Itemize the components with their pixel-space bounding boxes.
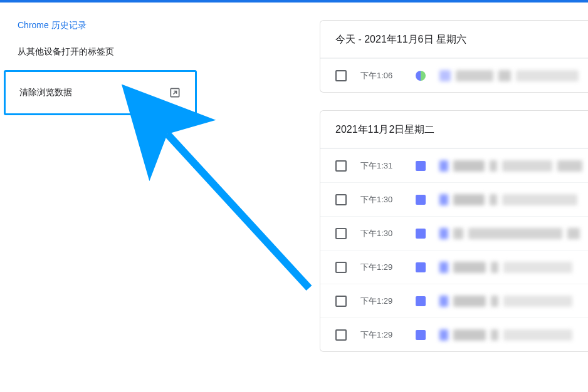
window-topbar <box>0 0 588 3</box>
history-row[interactable]: 下午1:29 <box>320 317 588 351</box>
history-row[interactable]: 下午1:30 <box>320 182 588 216</box>
site-favicon-icon <box>416 195 426 205</box>
history-content: 今天 - 2021年11月6日 星期六 下午1:06 2021年11月2日星期二… <box>320 20 588 392</box>
sidebar: Chrome 历史记录 从其他设备打开的标签页 清除浏览数据 <box>4 13 197 115</box>
row-time: 下午1:30 <box>360 228 402 239</box>
site-favicon-icon <box>416 330 426 340</box>
history-row[interactable]: 下午1:29 <box>320 284 588 317</box>
site-favicon-icon <box>416 161 426 171</box>
row-title-redacted <box>439 262 573 273</box>
history-day-card: 2021年11月2日星期二 下午1:31 下午1:30 下午1:30 <box>320 110 588 352</box>
history-row[interactable]: 下午1:31 <box>320 148 588 182</box>
row-title-redacted <box>439 228 580 239</box>
sidebar-item-other-devices[interactable]: 从其他设备打开的标签页 <box>4 39 197 65</box>
select-checkbox[interactable] <box>335 70 347 81</box>
sidebar-item-label: Chrome 历史记录 <box>18 20 87 31</box>
history-day-card: 今天 - 2021年11月6日 星期六 下午1:06 <box>320 20 588 93</box>
day-header: 2021年11月2日星期二 <box>320 111 588 148</box>
select-checkbox[interactable] <box>335 329 347 341</box>
history-row[interactable]: 下午1:29 <box>320 250 588 284</box>
site-favicon-icon <box>416 71 426 81</box>
row-title-redacted <box>439 70 579 81</box>
row-time: 下午1:29 <box>360 329 402 341</box>
row-time: 下午1:31 <box>360 160 402 172</box>
site-favicon-icon <box>416 296 426 306</box>
row-time: 下午1:06 <box>360 70 402 81</box>
open-external-icon <box>169 86 181 99</box>
clear-data-label: 清除浏览数据 <box>19 87 72 98</box>
row-time: 下午1:29 <box>360 262 402 273</box>
select-checkbox[interactable] <box>335 262 347 273</box>
annotation-arrow-icon <box>152 119 328 294</box>
history-row[interactable]: 下午1:06 <box>320 58 588 92</box>
row-title-redacted <box>439 160 582 172</box>
row-title-redacted <box>439 194 577 205</box>
row-title-redacted <box>439 296 573 307</box>
sidebar-item-history[interactable]: Chrome 历史记录 <box>4 13 197 39</box>
row-title-redacted <box>439 329 573 341</box>
select-checkbox[interactable] <box>335 160 347 172</box>
site-favicon-icon <box>416 262 426 272</box>
day-header: 今天 - 2021年11月6日 星期六 <box>320 21 588 58</box>
row-time: 下午1:29 <box>360 296 402 307</box>
history-row[interactable]: 下午1:30 <box>320 216 588 250</box>
select-checkbox[interactable] <box>335 228 347 239</box>
svg-line-1 <box>167 134 309 288</box>
clear-browsing-data-button[interactable]: 清除浏览数据 <box>4 70 197 115</box>
site-favicon-icon <box>416 229 426 239</box>
sidebar-item-label: 从其他设备打开的标签页 <box>18 46 114 58</box>
select-checkbox[interactable] <box>335 296 347 307</box>
select-checkbox[interactable] <box>335 194 347 205</box>
row-time: 下午1:30 <box>360 194 402 205</box>
